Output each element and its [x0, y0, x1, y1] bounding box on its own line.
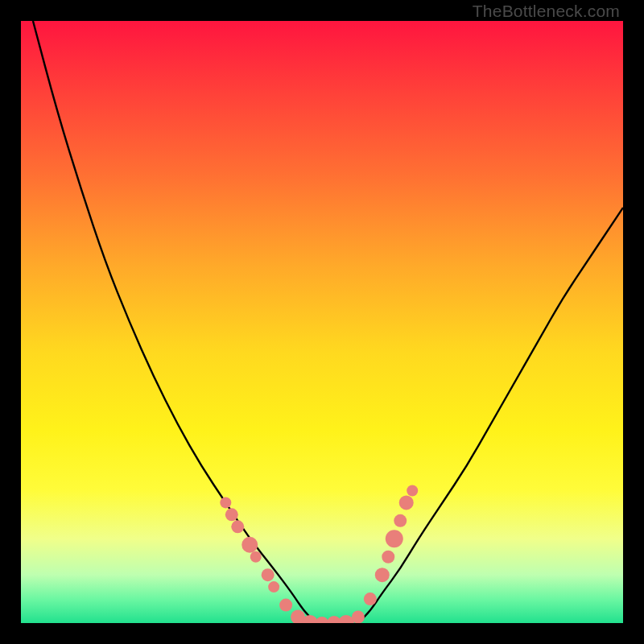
watermark-text: TheBottleneck.com	[473, 2, 620, 21]
curve-canvas	[21, 21, 623, 623]
chart-frame: TheBottleneck.com	[0, 0, 644, 644]
plot-area	[21, 21, 623, 623]
